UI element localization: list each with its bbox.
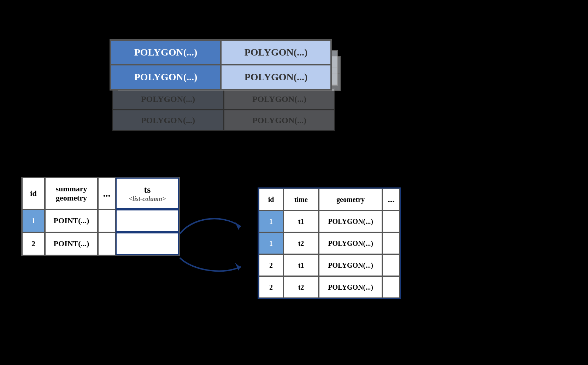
detail-row-4-dots [382,276,400,298]
detail-header-id: id [259,189,283,210]
polygon-cell: POLYGON(...) [111,65,221,89]
main-container: POLYGON(...) POLYGON(...) POLYGON(...) P… [0,0,588,365]
detail-table: id time geometry ... 1 t1 POLYGON(...) 1… [258,187,401,299]
ts-label: ts [144,184,151,195]
summary-row-1-geo: POINT(...) [45,209,98,232]
ts-sublabel: <list-column> [129,195,166,203]
polygon-cell: POLYGON(...) [111,40,221,65]
detail-row-4-geo: POLYGON(...) [319,276,382,298]
summary-row-1-dots [98,209,116,232]
detail-row-3-geo: POLYGON(...) [319,254,382,276]
bottom-section: id summary geometry ... ts <list-column>… [21,173,401,299]
detail-row-3-id: 2 [259,254,283,276]
summary-header-dots: ... [98,178,116,209]
summary-table: id summary geometry ... ts <list-column>… [21,177,180,256]
summary-row-2-geo: POINT(...) [45,232,98,255]
ghost-rows: POLYGON(...) POLYGON(...) POLYGON(...) P… [112,88,335,131]
summary-header-id: id [22,178,45,209]
detail-row-1-dots [382,210,400,232]
detail-row-2-id: 1 [259,232,283,254]
detail-row-4-id: 2 [259,276,283,298]
detail-row-2-time: t2 [283,232,319,254]
polygon-cell: POLYGON(...) [221,65,331,89]
detail-table-wrapper: id time geometry ... 1 t1 POLYGON(...) 1… [258,187,401,299]
summary-row-2-dots [98,232,116,255]
ghost-cell: POLYGON(...) [224,110,335,131]
detail-row-4-time: t2 [283,276,319,298]
summary-row-1-ts [116,209,179,232]
ghost-cell: POLYGON(...) [112,88,224,110]
ghost-cell: POLYGON(...) [224,88,335,110]
summary-header-ts: ts <list-column> [116,178,179,209]
detail-row-1-id: 1 [259,210,283,232]
detail-row-2-geo: POLYGON(...) [319,232,382,254]
table-stack: POLYGON(...) POLYGON(...) POLYGON(...) P… [110,39,350,131]
detail-header-time: time [283,189,319,210]
ghost-cell: POLYGON(...) [112,110,224,131]
detail-row-3-dots [382,254,400,276]
summary-header-geometry: summary geometry [45,178,98,209]
detail-row-1-time: t1 [283,210,319,232]
summary-row-2-ts [116,232,179,255]
detail-header-dots: ... [382,189,400,210]
summary-row-1-id: 1 [22,209,45,232]
summary-row-2-id: 2 [22,232,45,255]
detail-row-3-time: t1 [283,254,319,276]
detail-row-1-geo: POLYGON(...) [319,210,382,232]
stacked-polygon-tables: POLYGON(...) POLYGON(...) POLYGON(...) P… [110,39,364,138]
detail-header-geometry: geometry [319,189,382,210]
polygon-cell: POLYGON(...) [221,40,331,65]
detail-row-2-dots [382,232,400,254]
main-polygon-table: POLYGON(...) POLYGON(...) POLYGON(...) P… [110,39,332,91]
